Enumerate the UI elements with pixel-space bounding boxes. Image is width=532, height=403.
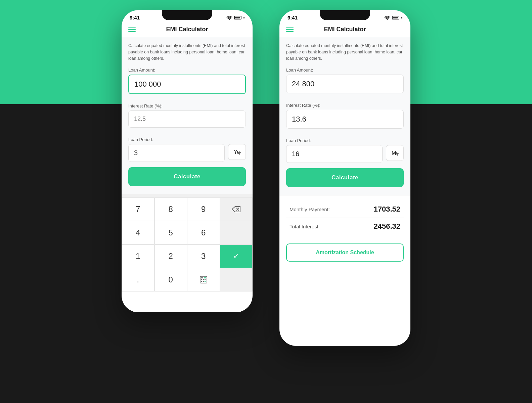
svg-rect-3	[201, 277, 203, 278]
loan-amount-label-right: Loan Amount:	[286, 68, 404, 73]
total-interest-value: 2456.32	[373, 222, 400, 231]
time-left: 9:41	[130, 15, 140, 20]
key-empty-1	[220, 221, 253, 244]
key-4[interactable]: 4	[122, 221, 154, 244]
interest-rate-label-right: Interest Rate (%):	[286, 103, 404, 108]
svg-rect-10	[204, 277, 206, 278]
svg-rect-6	[205, 279, 206, 280]
key-7[interactable]: 7	[122, 197, 154, 221]
phones-container: 9:41 EMI Calculator	[0, 0, 532, 403]
loan-period-input-left[interactable]	[128, 144, 225, 162]
total-interest-row: Total Interest: 2456.32	[286, 218, 404, 235]
app-content-right: Calculate equated monthly installments (…	[279, 37, 410, 195]
interest-rate-section-left: Interest Rate (%):	[128, 103, 246, 132]
key-3[interactable]: 3	[187, 244, 220, 268]
key-5[interactable]: 5	[154, 221, 187, 244]
loan-amount-section-left: Loan Amount:	[128, 68, 246, 99]
phone-left: 9:41 EMI Calculator	[122, 10, 253, 312]
loan-period-row-right: Years Months ▼	[286, 145, 404, 163]
total-interest-label: Total Interest:	[290, 224, 320, 229]
key-1[interactable]: 1	[122, 244, 154, 268]
svg-rect-9	[205, 281, 206, 282]
key-calc-icon[interactable]	[187, 268, 220, 292]
loan-period-input-right[interactable]	[286, 145, 383, 163]
monthly-payment-row: Monthly Payment: 1703.52	[286, 201, 404, 218]
hamburger-icon-right[interactable]	[286, 27, 294, 32]
key-8[interactable]: 8	[154, 197, 187, 221]
loan-period-section-left: Loan Period: Years Months ▼	[128, 137, 246, 162]
loan-period-label-right: Loan Period:	[286, 138, 404, 143]
monthly-payment-label: Monthly Payment:	[290, 207, 330, 212]
interest-rate-label-left: Interest Rate (%):	[128, 103, 246, 108]
key-empty-2	[220, 268, 253, 292]
loan-period-select-wrapper-right: Years Months ▼	[386, 145, 404, 163]
app-title-left: EMI Calculator	[136, 26, 238, 33]
description-right: Calculate equated monthly installments (…	[286, 43, 404, 61]
status-icons-right	[384, 15, 402, 20]
description-left: Calculate equated monthly installments (…	[128, 43, 246, 61]
hamburger-icon-left[interactable]	[128, 27, 136, 32]
amortization-button[interactable]: Amortization Schedule	[286, 243, 404, 262]
key-2[interactable]: 2	[154, 244, 187, 268]
loan-amount-input-right[interactable]	[286, 75, 404, 93]
keyboard-row-3: 1 2 3 ✓	[122, 244, 253, 268]
keyboard-left: 7 8 9 4 5 6 1	[122, 194, 253, 292]
keyboard-row-2: 4 5 6	[122, 221, 253, 244]
app-header-left: EMI Calculator	[122, 23, 253, 37]
loan-period-row-left: Years Months ▼	[128, 144, 246, 162]
interest-rate-input-right[interactable]	[286, 110, 404, 129]
svg-rect-4	[201, 279, 202, 280]
key-done[interactable]: ✓	[220, 244, 253, 268]
interest-rate-input-left[interactable]	[128, 110, 246, 128]
app-content-left: Calculate equated monthly installments (…	[122, 37, 253, 194]
app-title-right: EMI Calculator	[294, 26, 396, 33]
notch-right	[320, 10, 370, 20]
calculate-button-right[interactable]: Calculate	[286, 168, 404, 187]
results-section: Monthly Payment: 1703.52 Total Interest:…	[279, 195, 410, 240]
notch-left	[162, 10, 212, 20]
loan-period-section-right: Loan Period: Years Months ▼	[286, 138, 404, 163]
svg-rect-7	[201, 281, 202, 282]
key-backspace[interactable]	[220, 197, 253, 221]
battery-icon-left	[234, 16, 241, 19]
key-9[interactable]: 9	[187, 197, 220, 221]
svg-rect-5	[203, 279, 204, 280]
loan-amount-input-left[interactable]	[128, 75, 246, 94]
time-right: 9:41	[287, 15, 298, 20]
status-icons-left	[226, 15, 245, 20]
loan-amount-label-left: Loan Amount:	[128, 68, 246, 73]
loan-period-unit-select-left[interactable]: Years Months	[228, 144, 246, 160]
loan-period-select-wrapper-left: Years Months ▼	[228, 144, 246, 162]
interest-rate-section-right: Interest Rate (%):	[286, 103, 404, 133]
key-dot[interactable]: .	[122, 268, 154, 292]
phone-right: 9:41 EMI Calculator	[279, 10, 410, 346]
app-header-right: EMI Calculator	[279, 23, 410, 37]
monthly-payment-value: 1703.52	[373, 205, 400, 214]
key-0[interactable]: 0	[154, 268, 187, 292]
keyboard-row-4: . 0	[122, 268, 253, 292]
wifi-icon-left	[226, 15, 232, 20]
loan-amount-section-right: Loan Amount:	[286, 68, 404, 98]
wifi-icon-right	[384, 15, 390, 20]
key-6[interactable]: 6	[187, 221, 220, 244]
loan-period-label-left: Loan Period:	[128, 137, 246, 142]
keyboard-row-1: 7 8 9	[122, 197, 253, 221]
battery-icon-right	[392, 16, 399, 19]
svg-rect-8	[203, 281, 204, 282]
calculate-button-left[interactable]: Calculate	[128, 167, 246, 186]
loan-period-unit-select-right[interactable]: Years Months	[386, 145, 404, 161]
